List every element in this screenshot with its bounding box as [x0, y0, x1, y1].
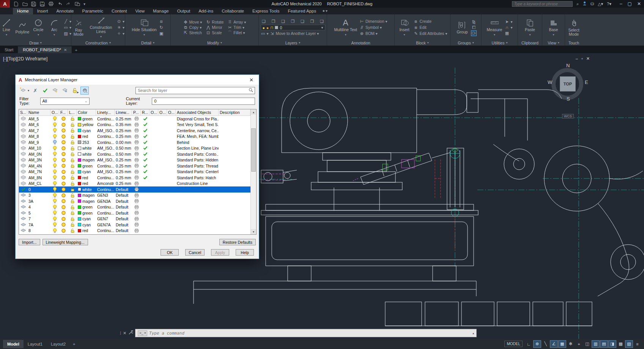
ribbon-tab-parametric[interactable]: Parametric — [78, 8, 108, 14]
layer-freeze-sun-icon[interactable] — [59, 139, 68, 145]
ribbon-tab-overflow-icon[interactable]: ⏺ ▾ — [323, 9, 328, 14]
panel-label-draw[interactable]: Draw▾ — [0, 40, 71, 46]
filter-type-dropdown[interactable]: All⌄ — [40, 98, 90, 105]
layer-restore-button[interactable] — [61, 87, 69, 94]
paste-button[interactable]: Paste▾ — [523, 19, 537, 37]
layer-name[interactable]: AM_7 — [27, 128, 50, 134]
fillet-button[interactable]: ⌒Fillet▾ — [227, 30, 246, 35]
panel-label-annotation[interactable]: Annotation — [327, 40, 394, 46]
layer-lineweight-cell[interactable]: 0.50 mm — [115, 145, 132, 152]
layer-color-cell[interactable]: green — [77, 163, 96, 169]
layer-lock-icon[interactable] — [68, 204, 77, 210]
command-input-bar[interactable]: >_ ▾ ▴ — [135, 329, 477, 337]
column-header[interactable]: O... — [158, 109, 167, 115]
layer-freeze-sun-icon[interactable] — [59, 175, 68, 181]
point-style-icon[interactable]: ∩▾ — [504, 25, 512, 30]
help-icon[interactable]: ?▾ — [607, 2, 611, 6]
layer-search-box[interactable] — [135, 87, 255, 94]
ribbon-tab-content[interactable]: Content — [107, 8, 131, 14]
layer-on-bulb-icon[interactable] — [50, 163, 59, 169]
open-folder-icon[interactable] — [22, 2, 28, 6]
layer-lock-icon[interactable] — [68, 181, 77, 187]
redo-icon[interactable] — [66, 2, 71, 6]
layer-lock-icon[interactable] — [68, 216, 77, 222]
layer-plot-icon[interactable] — [132, 151, 141, 157]
hide-situation-button[interactable]: Hide Situation▾ — [132, 19, 156, 37]
layer-freeze-sun-icon[interactable] — [59, 151, 68, 157]
layer-freeze-sun-icon[interactable] — [59, 116, 68, 122]
column-header[interactable]: Description — [219, 109, 250, 115]
layer-match-icon[interactable]: ❏ — [320, 19, 324, 24]
layer-linetype-cell[interactable]: Continu... — [96, 151, 115, 157]
layer-row-AM_0N[interactable]: AM_0NwhiteContinu...0.50 mmStandard Part… — [19, 151, 250, 157]
layer-lock-icon[interactable] — [68, 163, 77, 169]
layer-row-AM_7N[interactable]: AM_7NcyanAM_ISO...0.25 mmStandard Parts:… — [19, 169, 250, 175]
create-block-button[interactable]: ⧇Create — [414, 19, 432, 24]
layer-color-cell[interactable]: cyan — [77, 222, 96, 228]
panel-label-layers[interactable]: Layers▾ — [259, 40, 327, 46]
layer-freeze-sun-icon[interactable] — [59, 222, 68, 228]
layer-linetype-cell[interactable]: GEN3A — [96, 198, 115, 204]
set-current-button[interactable] — [41, 87, 49, 94]
scrollbar-thumb[interactable] — [251, 128, 256, 172]
close-button[interactable]: ✕ — [637, 1, 641, 6]
layer-plot-icon[interactable] — [132, 210, 141, 216]
insert-block-button[interactable]: Insert▾ — [398, 19, 411, 37]
viewcube-top-face[interactable]: TOP — [560, 76, 576, 92]
workspace-switch-icon[interactable] — [75, 2, 80, 6]
select-mode-button[interactable]: Select Mode — [567, 19, 581, 36]
file-tab-document[interactable]: ROBOT_FINISHED*✕ — [18, 46, 72, 53]
minimize-button[interactable]: – — [620, 1, 622, 6]
layer-lock-icon[interactable] — [68, 228, 77, 234]
rectangle-button[interactable]: ▭▾ — [63, 25, 71, 30]
layer-on-bulb-icon[interactable] — [50, 193, 59, 199]
save-as-icon[interactable] — [40, 2, 45, 6]
layer-color-cell[interactable]: green — [77, 204, 96, 210]
layer-plot-icon[interactable] — [132, 134, 141, 140]
layer-linetype-cell[interactable]: Continu... — [96, 228, 115, 234]
panel-label-construction[interactable]: Construction▾ — [71, 40, 125, 46]
layer-on-bulb-icon[interactable] — [50, 128, 59, 134]
layer-name[interactable]: AM_10 — [27, 145, 50, 152]
base-view-button[interactable]: Base▾ — [547, 19, 561, 37]
panel-label-block[interactable]: Block▾ — [395, 40, 450, 46]
layer-on-bulb-icon[interactable] — [50, 157, 59, 163]
lineweight-mapping-button[interactable]: Lineweight Mapping... — [43, 239, 88, 245]
layer-name[interactable]: AM_9 — [27, 139, 50, 145]
ribbon-tab-view[interactable]: View — [131, 8, 149, 14]
hatch-button[interactable]: ▨▾ — [63, 31, 71, 36]
column-header[interactable]: O... — [150, 109, 158, 115]
group-edit-icon[interactable]: ⧠ — [471, 25, 476, 30]
undo-icon[interactable] — [57, 2, 63, 6]
layer-row-4[interactable]: 4greenContinu...Default — [19, 204, 250, 210]
command-prompt-icon[interactable]: >_ ▾ — [138, 330, 147, 336]
layer-name[interactable]: 5 — [27, 210, 50, 216]
layer-linetype-cell[interactable]: Continu... — [96, 163, 115, 169]
layer-name[interactable]: AM_8N — [27, 175, 50, 181]
layer-freeze-sun-icon[interactable] — [59, 134, 68, 140]
layer-freeze-sun-icon[interactable] — [59, 157, 68, 163]
layer-freeze-sun-icon[interactable] — [59, 228, 68, 234]
layer-on-bulb-icon[interactable] — [50, 151, 59, 157]
scale-button[interactable]: ⊡Scale — [206, 30, 224, 35]
ribbon-tab-manage[interactable]: Manage — [149, 8, 173, 14]
layer-plot-icon[interactable] — [132, 145, 141, 152]
close-tab-icon[interactable]: ✕ — [64, 48, 67, 52]
layer-on-bulb-icon[interactable] — [50, 210, 59, 216]
layer-lineweight-cell[interactable]: 0.00 mm — [115, 139, 132, 145]
layer-on-bulb-icon[interactable] — [50, 216, 59, 222]
layer-name[interactable]: 7A — [27, 222, 50, 228]
layer-plot-icon[interactable] — [132, 193, 141, 199]
layer-lock-icon[interactable] — [68, 145, 77, 152]
dialog-close-icon[interactable]: ✕ — [247, 77, 256, 83]
mirror-button[interactable]: ⋀Mirror — [206, 25, 224, 30]
layer-lineweight-cell[interactable]: 0.25 mm — [115, 181, 132, 187]
layer-freeze-sun-icon[interactable] — [59, 186, 68, 193]
layer-linetype-cell[interactable]: Continu... — [96, 210, 115, 216]
isodraft-icon[interactable]: ∠ — [550, 341, 557, 347]
app-store-cart-icon[interactable]: ⛁ — [590, 2, 594, 6]
layer-on-bulb-icon[interactable] — [50, 139, 59, 145]
snap-angle-icon[interactable]: ╲ — [542, 341, 549, 347]
layer-color-cell[interactable]: magen — [77, 198, 96, 204]
lock-layer-button[interactable]: ➤ — [71, 87, 79, 94]
